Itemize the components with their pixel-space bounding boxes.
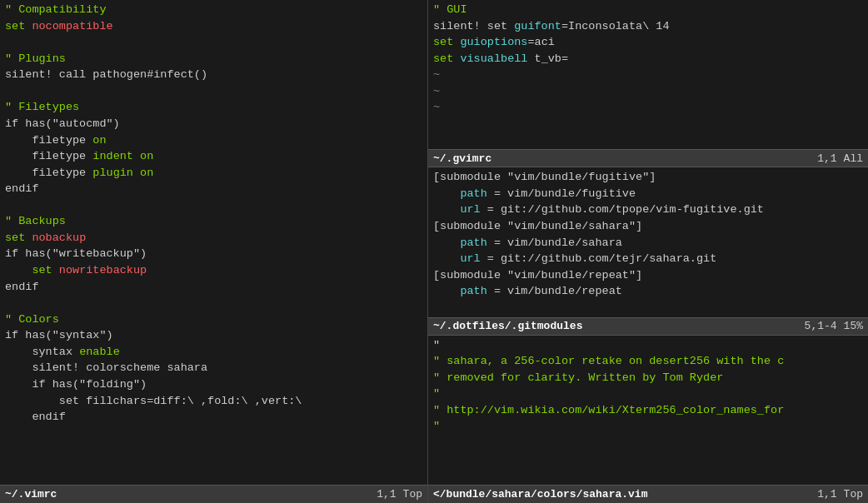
right-mid-pane: [submodule "vim/bundle/fugitive"] path =… (428, 167, 868, 335)
right-top-pane: " GUI silent! set guifont=Inconsolata\ 1… (428, 0, 868, 167)
left-position: 1,1 (377, 488, 396, 501)
right-bot-code-area[interactable]: " " sahara, a 256-color retake on desert… (428, 336, 868, 485)
left-filename: ~/.vimrc (5, 488, 57, 501)
editor-container: " Compatibility set nocompatible " Plugi… (0, 0, 868, 503)
right-bot-position: 1,1 (817, 488, 836, 501)
left-code-area[interactable]: " Compatibility set nocompatible " Plugi… (0, 0, 427, 485)
left-status-bar: ~/.vimrc 1,1 Top (0, 485, 427, 503)
right-bot-filename: </bundle/sahara/colors/sahara.vim (433, 488, 647, 501)
right-mid-filename: ~/.dotfiles/.gitmodules (433, 320, 582, 332)
right-bot-pane: " " sahara, a 256-color retake on desert… (428, 336, 868, 503)
right-bot-scroll: Top (844, 488, 863, 501)
right-top-code-area[interactable]: " GUI silent! set guifont=Inconsolata\ 1… (428, 0, 868, 149)
right-bot-status-bar: </bundle/sahara/colors/sahara.vim 1,1 To… (428, 485, 868, 503)
right-mid-code-area[interactable]: [submodule "vim/bundle/fugitive"] path =… (428, 167, 868, 316)
left-pane: " Compatibility set nocompatible " Plugi… (0, 0, 428, 503)
right-pane: " GUI silent! set guifont=Inconsolata\ 1… (428, 0, 868, 503)
right-top-position: 1,1 (817, 152, 836, 165)
right-bot-code: " " sahara, a 256-color retake on desert… (433, 337, 863, 435)
right-mid-code: [submodule "vim/bundle/fugitive"] path =… (433, 169, 863, 300)
right-mid-status-bar: ~/.dotfiles/.gitmodules 5,1-4 15% (428, 317, 868, 336)
left-code: " Compatibility set nocompatible " Plugi… (5, 2, 422, 426)
right-mid-position: 5,1-4 (805, 320, 837, 332)
left-scroll: Top (403, 488, 422, 501)
right-top-scroll: All (844, 152, 863, 165)
right-top-status-bar: ~/.gvimrc 1,1 All (428, 149, 868, 167)
right-mid-scroll: 15% (844, 320, 863, 332)
right-top-code: " GUI silent! set guifont=Inconsolata\ 1… (433, 2, 863, 116)
right-top-filename: ~/.gvimrc (433, 152, 491, 165)
